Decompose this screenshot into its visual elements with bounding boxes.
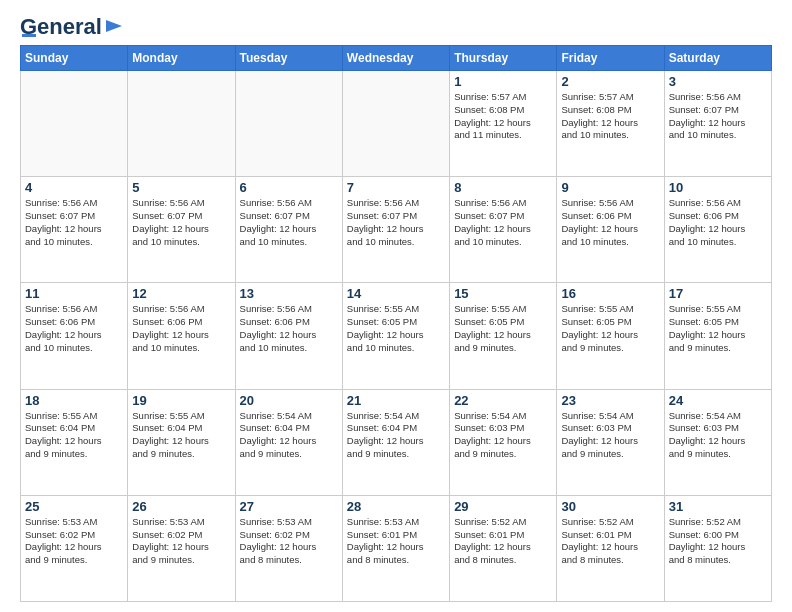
- calendar-cell: 29Sunrise: 5:52 AM Sunset: 6:01 PM Dayli…: [450, 495, 557, 601]
- day-info: Sunrise: 5:55 AM Sunset: 6:05 PM Dayligh…: [561, 303, 659, 354]
- calendar-cell: 20Sunrise: 5:54 AM Sunset: 6:04 PM Dayli…: [235, 389, 342, 495]
- calendar-header-tuesday: Tuesday: [235, 46, 342, 71]
- day-number: 6: [240, 180, 338, 195]
- calendar-table: SundayMondayTuesdayWednesdayThursdayFrid…: [20, 45, 772, 602]
- day-number: 29: [454, 499, 552, 514]
- logo-arrow-icon: [104, 16, 124, 36]
- calendar-cell: [128, 71, 235, 177]
- day-number: 17: [669, 286, 767, 301]
- day-number: 26: [132, 499, 230, 514]
- calendar-cell: 9Sunrise: 5:56 AM Sunset: 6:06 PM Daylig…: [557, 177, 664, 283]
- day-number: 24: [669, 393, 767, 408]
- day-number: 28: [347, 499, 445, 514]
- day-info: Sunrise: 5:52 AM Sunset: 6:00 PM Dayligh…: [669, 516, 767, 567]
- day-number: 31: [669, 499, 767, 514]
- day-info: Sunrise: 5:56 AM Sunset: 6:07 PM Dayligh…: [669, 91, 767, 142]
- svg-marker-0: [106, 20, 122, 32]
- calendar-header-row: SundayMondayTuesdayWednesdayThursdayFrid…: [21, 46, 772, 71]
- calendar-cell: 23Sunrise: 5:54 AM Sunset: 6:03 PM Dayli…: [557, 389, 664, 495]
- day-info: Sunrise: 5:54 AM Sunset: 6:03 PM Dayligh…: [454, 410, 552, 461]
- day-info: Sunrise: 5:55 AM Sunset: 6:04 PM Dayligh…: [132, 410, 230, 461]
- day-number: 20: [240, 393, 338, 408]
- calendar-cell: 10Sunrise: 5:56 AM Sunset: 6:06 PM Dayli…: [664, 177, 771, 283]
- calendar-cell: 22Sunrise: 5:54 AM Sunset: 6:03 PM Dayli…: [450, 389, 557, 495]
- calendar-cell: 6Sunrise: 5:56 AM Sunset: 6:07 PM Daylig…: [235, 177, 342, 283]
- calendar-week-row: 25Sunrise: 5:53 AM Sunset: 6:02 PM Dayli…: [21, 495, 772, 601]
- calendar-cell: 21Sunrise: 5:54 AM Sunset: 6:04 PM Dayli…: [342, 389, 449, 495]
- day-info: Sunrise: 5:55 AM Sunset: 6:04 PM Dayligh…: [25, 410, 123, 461]
- day-info: Sunrise: 5:54 AM Sunset: 6:03 PM Dayligh…: [669, 410, 767, 461]
- calendar-header-friday: Friday: [557, 46, 664, 71]
- day-info: Sunrise: 5:56 AM Sunset: 6:06 PM Dayligh…: [25, 303, 123, 354]
- calendar-cell: 2Sunrise: 5:57 AM Sunset: 6:08 PM Daylig…: [557, 71, 664, 177]
- day-info: Sunrise: 5:57 AM Sunset: 6:08 PM Dayligh…: [561, 91, 659, 142]
- calendar-cell: [21, 71, 128, 177]
- day-number: 30: [561, 499, 659, 514]
- day-info: Sunrise: 5:56 AM Sunset: 6:06 PM Dayligh…: [669, 197, 767, 248]
- day-info: Sunrise: 5:52 AM Sunset: 6:01 PM Dayligh…: [561, 516, 659, 567]
- day-info: Sunrise: 5:53 AM Sunset: 6:01 PM Dayligh…: [347, 516, 445, 567]
- calendar-week-row: 1Sunrise: 5:57 AM Sunset: 6:08 PM Daylig…: [21, 71, 772, 177]
- day-number: 13: [240, 286, 338, 301]
- calendar-cell: 24Sunrise: 5:54 AM Sunset: 6:03 PM Dayli…: [664, 389, 771, 495]
- logo-line: [22, 34, 36, 37]
- day-info: Sunrise: 5:56 AM Sunset: 6:06 PM Dayligh…: [240, 303, 338, 354]
- day-number: 23: [561, 393, 659, 408]
- calendar-cell: 3Sunrise: 5:56 AM Sunset: 6:07 PM Daylig…: [664, 71, 771, 177]
- calendar-cell: 28Sunrise: 5:53 AM Sunset: 6:01 PM Dayli…: [342, 495, 449, 601]
- calendar-week-row: 4Sunrise: 5:56 AM Sunset: 6:07 PM Daylig…: [21, 177, 772, 283]
- day-info: Sunrise: 5:53 AM Sunset: 6:02 PM Dayligh…: [25, 516, 123, 567]
- day-info: Sunrise: 5:53 AM Sunset: 6:02 PM Dayligh…: [240, 516, 338, 567]
- day-info: Sunrise: 5:54 AM Sunset: 6:04 PM Dayligh…: [240, 410, 338, 461]
- day-info: Sunrise: 5:55 AM Sunset: 6:05 PM Dayligh…: [669, 303, 767, 354]
- day-info: Sunrise: 5:55 AM Sunset: 6:05 PM Dayligh…: [347, 303, 445, 354]
- calendar-header-sunday: Sunday: [21, 46, 128, 71]
- calendar-header-saturday: Saturday: [664, 46, 771, 71]
- day-number: 12: [132, 286, 230, 301]
- day-info: Sunrise: 5:56 AM Sunset: 6:06 PM Dayligh…: [561, 197, 659, 248]
- day-info: Sunrise: 5:56 AM Sunset: 6:06 PM Dayligh…: [132, 303, 230, 354]
- calendar-cell: 11Sunrise: 5:56 AM Sunset: 6:06 PM Dayli…: [21, 283, 128, 389]
- day-info: Sunrise: 5:56 AM Sunset: 6:07 PM Dayligh…: [25, 197, 123, 248]
- day-number: 11: [25, 286, 123, 301]
- calendar-cell: 7Sunrise: 5:56 AM Sunset: 6:07 PM Daylig…: [342, 177, 449, 283]
- day-info: Sunrise: 5:53 AM Sunset: 6:02 PM Dayligh…: [132, 516, 230, 567]
- calendar-cell: 4Sunrise: 5:56 AM Sunset: 6:07 PM Daylig…: [21, 177, 128, 283]
- day-number: 21: [347, 393, 445, 408]
- calendar-cell: 26Sunrise: 5:53 AM Sunset: 6:02 PM Dayli…: [128, 495, 235, 601]
- day-info: Sunrise: 5:57 AM Sunset: 6:08 PM Dayligh…: [454, 91, 552, 142]
- calendar-cell: 19Sunrise: 5:55 AM Sunset: 6:04 PM Dayli…: [128, 389, 235, 495]
- day-number: 25: [25, 499, 123, 514]
- logo: General: [20, 16, 124, 37]
- day-number: 4: [25, 180, 123, 195]
- calendar-cell: 12Sunrise: 5:56 AM Sunset: 6:06 PM Dayli…: [128, 283, 235, 389]
- day-number: 7: [347, 180, 445, 195]
- day-number: 5: [132, 180, 230, 195]
- day-info: Sunrise: 5:56 AM Sunset: 6:07 PM Dayligh…: [347, 197, 445, 248]
- calendar-cell: 31Sunrise: 5:52 AM Sunset: 6:00 PM Dayli…: [664, 495, 771, 601]
- calendar-header-wednesday: Wednesday: [342, 46, 449, 71]
- calendar-cell: 8Sunrise: 5:56 AM Sunset: 6:07 PM Daylig…: [450, 177, 557, 283]
- day-info: Sunrise: 5:52 AM Sunset: 6:01 PM Dayligh…: [454, 516, 552, 567]
- day-info: Sunrise: 5:55 AM Sunset: 6:05 PM Dayligh…: [454, 303, 552, 354]
- day-number: 16: [561, 286, 659, 301]
- day-number: 14: [347, 286, 445, 301]
- calendar-cell: 17Sunrise: 5:55 AM Sunset: 6:05 PM Dayli…: [664, 283, 771, 389]
- day-number: 9: [561, 180, 659, 195]
- day-info: Sunrise: 5:56 AM Sunset: 6:07 PM Dayligh…: [454, 197, 552, 248]
- day-info: Sunrise: 5:54 AM Sunset: 6:04 PM Dayligh…: [347, 410, 445, 461]
- day-number: 10: [669, 180, 767, 195]
- calendar-cell: 27Sunrise: 5:53 AM Sunset: 6:02 PM Dayli…: [235, 495, 342, 601]
- calendar-cell: 16Sunrise: 5:55 AM Sunset: 6:05 PM Dayli…: [557, 283, 664, 389]
- calendar-week-row: 11Sunrise: 5:56 AM Sunset: 6:06 PM Dayli…: [21, 283, 772, 389]
- day-number: 3: [669, 74, 767, 89]
- calendar-cell: 13Sunrise: 5:56 AM Sunset: 6:06 PM Dayli…: [235, 283, 342, 389]
- day-info: Sunrise: 5:56 AM Sunset: 6:07 PM Dayligh…: [240, 197, 338, 248]
- calendar-header-thursday: Thursday: [450, 46, 557, 71]
- calendar-cell: [235, 71, 342, 177]
- calendar-cell: [342, 71, 449, 177]
- calendar-cell: 18Sunrise: 5:55 AM Sunset: 6:04 PM Dayli…: [21, 389, 128, 495]
- day-number: 18: [25, 393, 123, 408]
- calendar-header-monday: Monday: [128, 46, 235, 71]
- day-number: 2: [561, 74, 659, 89]
